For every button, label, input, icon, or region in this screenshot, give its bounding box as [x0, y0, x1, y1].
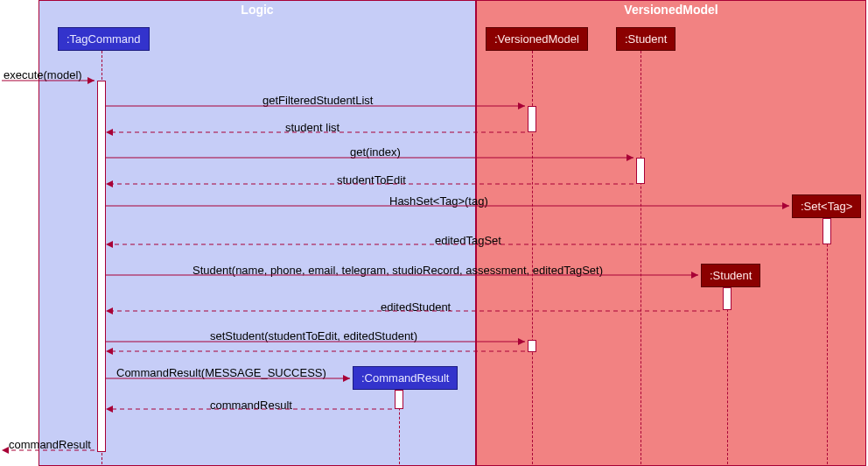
participant-tagcommand: :TagCommand [58, 27, 150, 51]
lifeline-student-new [727, 287, 728, 464]
frame-versioned: VersionedModel [476, 0, 866, 466]
svg-marker-27 [2, 447, 9, 454]
activation-student-new [723, 287, 732, 310]
msg-cmdresultctor: CommandResult(MESSAGE_SUCCESS) [116, 366, 326, 379]
msg-execute: execute(model) [4, 68, 82, 81]
activation-vm-1 [528, 106, 536, 132]
activation-settag [822, 218, 831, 244]
msg-commandresultfinal: commandResult [9, 438, 91, 451]
msg-getindex: get(index) [350, 145, 401, 159]
participant-versionedmodel: :VersionedModel [486, 27, 588, 51]
sequence-diagram: Logic VersionedModel :TagCommand :Versio… [0, 0, 868, 466]
lifeline-student [640, 51, 641, 464]
activation-commandresult [395, 390, 403, 409]
participant-commandresult: :CommandResult [353, 366, 458, 390]
participant-student: :Student [616, 27, 676, 51]
activation-student-1 [636, 158, 645, 184]
msg-getfiltered: getFilteredStudentList [262, 94, 373, 107]
msg-editedtagset: editedTagSet [435, 234, 501, 247]
msg-studenttoedit: studentToEdit [337, 173, 406, 187]
msg-studentctor: Student(name, phone, email, telegram, st… [192, 264, 603, 277]
msg-studentlist: student list [285, 121, 340, 134]
msg-commandresultret: commandResult [210, 399, 292, 412]
msg-hashsettag: HashSet<Tag>(tag) [389, 194, 488, 208]
frame-logic-title: Logic [39, 3, 475, 17]
activation-tagcommand [97, 81, 106, 452]
activation-vm-2 [528, 340, 536, 352]
participant-student-new: :Student [701, 264, 760, 287]
msg-editedstudent: editedStudent [381, 300, 451, 314]
frame-versioned-title: VersionedModel [477, 3, 865, 17]
msg-setstudent: setStudent(studentToEdit, editedStudent) [210, 329, 417, 342]
participant-settag: :Set<Tag> [792, 194, 861, 218]
lifeline-settag [827, 218, 828, 464]
